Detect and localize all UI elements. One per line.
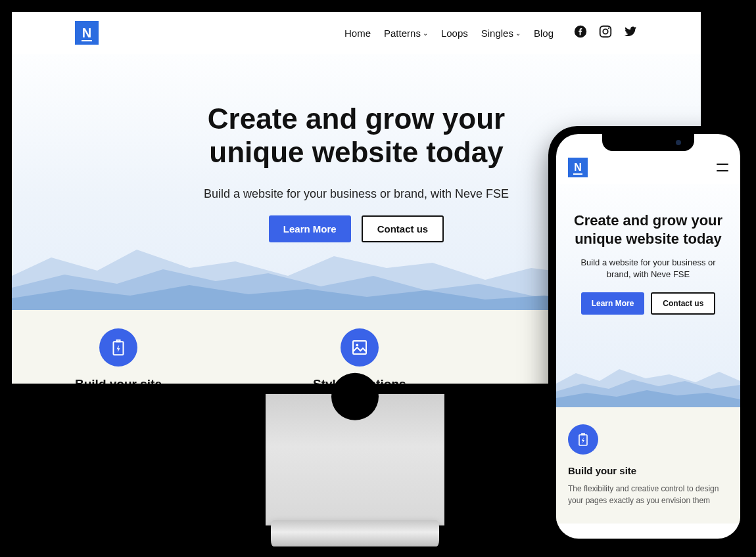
mobile-hero: Create and grow your unique website toda… xyxy=(556,184,740,407)
nav-loops[interactable]: Loops xyxy=(441,28,468,39)
mobile-viewport: N Create and grow your unique website to… xyxy=(556,134,740,539)
phone-device: N Create and grow your unique website to… xyxy=(548,126,748,546)
main-nav: Home Patterns⌄ Loops Singles⌄ Blog xyxy=(344,24,638,41)
hero-title-line2: unique website today xyxy=(209,136,503,168)
nav-singles[interactable]: Singles⌄ xyxy=(481,28,521,39)
nav-singles-label: Singles xyxy=(481,28,513,39)
svg-rect-4 xyxy=(353,341,366,354)
learn-more-button-mobile[interactable]: Learn More xyxy=(581,292,645,315)
nav-blog[interactable]: Blog xyxy=(534,28,554,39)
site-logo-mobile[interactable]: N xyxy=(568,158,588,177)
desktop-header: N Home Patterns⌄ Loops Singles⌄ Blog xyxy=(12,12,701,54)
twitter-icon[interactable] xyxy=(623,24,638,41)
hero-title-line1: Create and grow your xyxy=(208,102,505,135)
chevron-down-icon: ⌄ xyxy=(515,30,521,37)
mountains-illustration-mobile xyxy=(556,348,740,407)
mobile-feature-title: Build your site xyxy=(568,465,728,476)
mobile-feature-desc: The flexibility and creative control to … xyxy=(568,483,728,506)
hero-sub-m-l2: brand, with Neve FSE xyxy=(607,269,690,279)
phone-notch xyxy=(602,134,694,151)
mobile-cta-group: Learn More Contact us xyxy=(568,292,728,315)
nav-patterns-label: Patterns xyxy=(384,28,421,39)
nav-home[interactable]: Home xyxy=(344,28,371,39)
image-icon xyxy=(341,328,379,367)
social-links xyxy=(573,24,638,41)
hero-title-mobile: Create and grow your unique website toda… xyxy=(568,212,728,248)
mobile-feature-build: Build your site The flexibility and crea… xyxy=(556,407,740,524)
battery-bolt-icon-mobile xyxy=(568,424,598,455)
feature-build-title: Build your site xyxy=(75,377,162,384)
facebook-icon[interactable] xyxy=(573,24,588,41)
svg-point-2 xyxy=(608,28,609,29)
battery-bolt-icon xyxy=(99,328,137,367)
svg-point-5 xyxy=(356,344,358,346)
feature-build: Build your site xyxy=(75,328,162,384)
svg-point-1 xyxy=(603,29,607,33)
hero-sub-m-l1: Build a website for your business or xyxy=(580,257,715,267)
hero-title-m-line1: Create and grow your xyxy=(574,212,722,229)
instagram-icon[interactable] xyxy=(598,24,613,41)
nav-patterns[interactable]: Patterns⌄ xyxy=(384,28,428,39)
hero-subtitle-mobile: Build a website for your business or bra… xyxy=(568,257,728,280)
site-logo[interactable]: N xyxy=(75,21,99,45)
chevron-down-icon: ⌄ xyxy=(423,30,428,37)
monitor-stand-base xyxy=(271,520,439,546)
hero-title-m-line2: unique website today xyxy=(575,231,722,247)
contact-us-button-mobile[interactable]: Contact us xyxy=(651,292,715,315)
monitor-stand-neck xyxy=(266,394,444,525)
hamburger-menu-icon[interactable] xyxy=(717,164,728,171)
